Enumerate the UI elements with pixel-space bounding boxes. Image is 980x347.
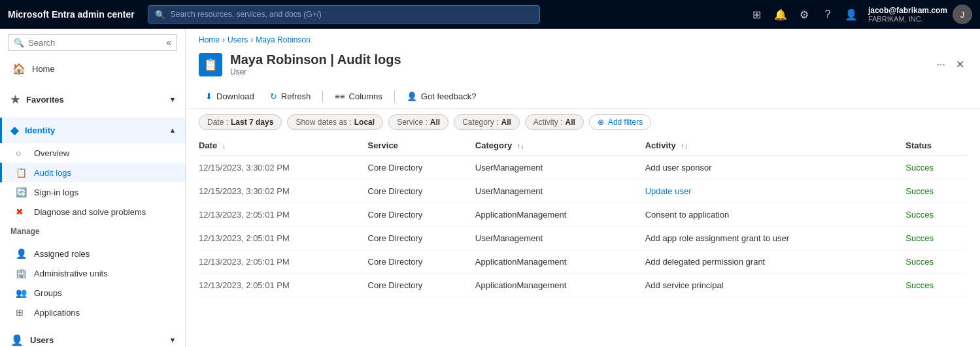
col-date[interactable]: Date ↓ xyxy=(199,135,368,156)
collapse-icon[interactable]: « xyxy=(166,37,171,48)
sub-item-label: Administrative units xyxy=(34,269,108,278)
breadcrumb-user[interactable]: Maya Robinson xyxy=(256,35,310,44)
activity-filter[interactable]: Activity : All xyxy=(525,114,584,130)
cell-activity: Add service principal xyxy=(645,274,906,297)
cell-category: ApplicationManagement xyxy=(475,250,645,274)
sidebar-sub-item-groups[interactable]: 👥 Groups xyxy=(0,283,185,303)
cell-date: 12/13/2023, 2:05:01 PM xyxy=(199,274,368,297)
sidebar-sub-item-overview[interactable]: ○ Overview xyxy=(0,143,185,163)
user-org: FABRIKAM, INC. xyxy=(868,15,947,23)
columns-label: Columns xyxy=(349,91,382,101)
cell-status: Succes xyxy=(905,180,967,203)
date-filter-label: Date : xyxy=(207,118,228,127)
sort-icon-date: ↓ xyxy=(222,142,226,150)
page-subtitle: User xyxy=(230,67,926,76)
date-filter[interactable]: Date : Last 7 days xyxy=(199,114,282,130)
chevron-down-icon: ▾ xyxy=(171,336,175,344)
sidebar-item-users[interactable]: 👤 Users ▾ xyxy=(0,327,185,347)
sidebar-item-label: Users xyxy=(30,335,54,345)
sidebar-search-input[interactable] xyxy=(28,38,162,48)
page-icon: 📋 xyxy=(199,53,222,76)
home-icon: 🏠 xyxy=(12,63,25,75)
sidebar-sub-item-signin-logs[interactable]: 🔄 Sign-in logs xyxy=(0,182,185,202)
cell-service: Core Directory xyxy=(368,227,475,250)
sidebar-item-label: Favorites xyxy=(26,95,64,105)
page-header-actions: ··· ✕ xyxy=(934,56,967,73)
toolbar-divider-2 xyxy=(394,90,395,103)
sidebar-sub-item-assigned-roles[interactable]: 👤 Assigned roles xyxy=(0,244,185,263)
col-activity[interactable]: Activity ↑↓ xyxy=(645,135,906,156)
cell-date: 12/13/2023, 2:05:01 PM xyxy=(199,203,368,227)
search-icon: 🔍 xyxy=(155,10,165,20)
cell-service: Core Directory xyxy=(368,180,475,203)
breadcrumb-home[interactable]: Home xyxy=(199,35,220,44)
ellipsis-button[interactable]: ··· xyxy=(934,56,948,73)
category-filter[interactable]: Category : All xyxy=(454,114,520,130)
close-button[interactable]: ✕ xyxy=(953,56,967,73)
cell-date: 12/13/2023, 2:05:01 PM xyxy=(199,250,368,274)
signin-logs-icon: 🔄 xyxy=(16,187,27,197)
sidebar-sub-item-audit-logs[interactable]: 📋 Audit logs xyxy=(0,163,185,182)
search-placeholder: Search resources, services, and docs (G+… xyxy=(171,10,322,19)
sidebar-item-favorites[interactable]: ★ Favorites ▾ xyxy=(0,87,185,112)
page-title-block: Maya Robinson | Audit logs User xyxy=(230,52,926,76)
sub-item-label: Audit logs xyxy=(34,168,71,178)
groups-icon: 👥 xyxy=(16,288,27,298)
sub-item-label: Groups xyxy=(34,288,62,298)
col-status: Status xyxy=(905,135,967,156)
breadcrumb: Home › Users › Maya Robinson xyxy=(186,29,980,47)
cell-category: UserManagement xyxy=(475,180,645,203)
cell-service: Core Directory xyxy=(368,274,475,297)
sidebar-sub-item-applications[interactable]: ⊞ Applications xyxy=(0,303,185,322)
cell-status: Succes xyxy=(905,250,967,274)
sidebar-item-identity[interactable]: ◆ Identity ▴ xyxy=(0,118,185,143)
main-layout: 🔍 « 🏠 Home ★ Favorites ▾ ◆ Identity ▴ xyxy=(0,29,980,347)
table-row: 12/13/2023, 2:05:01 PMCore DirectoryAppl… xyxy=(199,203,967,227)
top-navbar: Microsoft Entra admin center 🔍 Search re… xyxy=(0,0,980,29)
activity-link[interactable]: Update user xyxy=(645,186,692,196)
sidebar: 🔍 « 🏠 Home ★ Favorites ▾ ◆ Identity ▴ xyxy=(0,29,186,347)
cell-activity[interactable]: Update user xyxy=(645,180,906,203)
sidebar-sub-item-admin-units[interactable]: 🏢 Administrative units xyxy=(0,263,185,283)
audit-log-table-container: Date ↓ Service Category ↑↓ Activity ↑↓ xyxy=(186,135,980,347)
user-avatar[interactable]: J xyxy=(953,5,972,24)
cell-date: 12/15/2023, 3:30:02 PM xyxy=(199,180,368,203)
sub-item-label: Sign-in logs xyxy=(34,188,78,197)
service-filter[interactable]: Service : All xyxy=(388,114,448,130)
breadcrumb-users[interactable]: Users xyxy=(228,35,248,44)
page-header: 📋 Maya Robinson | Audit logs User ··· ✕ xyxy=(186,47,980,84)
user-menu[interactable]: jacob@fabrikam.com FABRIKAM, INC. J xyxy=(868,5,972,24)
feedback-icon[interactable]: 👤 xyxy=(845,8,858,21)
apps-icon[interactable]: ⊞ xyxy=(751,8,764,21)
sidebar-item-label: Identity xyxy=(25,125,55,135)
category-filter-value: All xyxy=(501,118,511,127)
columns-icon: ≡≡ xyxy=(335,91,345,101)
global-search[interactable]: 🔍 Search resources, services, and docs (… xyxy=(148,5,540,24)
sidebar-search[interactable]: 🔍 « xyxy=(8,34,177,51)
toolbar: ⬇ Download ↻ Refresh ≡≡ Columns 👤 Got fe… xyxy=(186,84,980,109)
help-icon[interactable]: ? xyxy=(821,8,834,21)
date-filter-value: Last 7 days xyxy=(231,118,273,127)
add-filters-button[interactable]: ⊕ Add filters xyxy=(589,114,651,130)
download-label: Download xyxy=(216,91,254,101)
manage-section-label: Manage xyxy=(0,222,185,239)
feedback-button[interactable]: 👤 Got feedback? xyxy=(400,88,483,105)
sub-item-label: Diagnose and solve problems xyxy=(34,207,146,217)
table-row: 12/13/2023, 2:05:01 PMCore DirectoryAppl… xyxy=(199,250,967,274)
columns-button[interactable]: ≡≡ Columns xyxy=(328,88,388,105)
chevron-down-icon: ▾ xyxy=(171,95,175,104)
sort-icon-category: ↑↓ xyxy=(517,142,524,150)
sidebar-sub-item-diagnose[interactable]: ✖ Diagnose and solve problems xyxy=(0,202,185,222)
activity-filter-label: Activity : xyxy=(533,118,563,127)
download-button[interactable]: ⬇ Download xyxy=(199,88,261,105)
bell-icon[interactable]: 🔔 xyxy=(774,8,787,21)
sidebar-search-icon: 🔍 xyxy=(14,38,24,48)
show-dates-filter[interactable]: Show dates as : Local xyxy=(287,114,383,130)
refresh-button[interactable]: ↻ Refresh xyxy=(263,88,318,105)
settings-icon[interactable]: ⚙ xyxy=(798,8,811,21)
download-icon: ⬇ xyxy=(205,91,212,101)
col-category[interactable]: Category ↑↓ xyxy=(475,135,645,156)
sidebar-item-home[interactable]: 🏠 Home xyxy=(0,56,185,82)
filters-bar: Date : Last 7 days Show dates as : Local… xyxy=(186,109,980,135)
cell-category: UserManagement xyxy=(475,227,645,250)
